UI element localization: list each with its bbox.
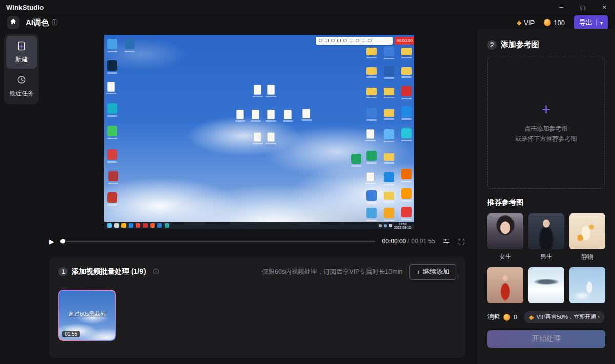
desktop-icon (284, 110, 292, 119)
adjust-icon[interactable] (442, 237, 450, 245)
sidebar-item-label: 新建 (15, 55, 28, 64)
sidebar-item-new[interactable]: 新建 (6, 36, 37, 69)
recommended-title: 推荐参考图 (487, 198, 605, 207)
desktop-icon (401, 207, 412, 217)
caret-down-icon: ▾ (600, 20, 603, 26)
desktop-icon (108, 171, 118, 181)
coin-balance[interactable]: 100 (544, 19, 565, 27)
coin-icon (544, 19, 551, 26)
desktop-icon (302, 109, 310, 118)
desktop-icon (366, 129, 374, 139)
taskbar-app-icon (107, 223, 112, 228)
vip-label: VIP (524, 19, 535, 27)
record-time: 00:00:00 (397, 38, 413, 43)
desktop-icon (107, 103, 117, 114)
clip-thumbnail[interactable]: 超过60s需裁剪 01:55 (58, 290, 116, 341)
desktop-icon (236, 110, 244, 119)
add-more-label: 继续添加 (423, 267, 449, 276)
desktop-icon (401, 48, 412, 55)
clip-duration-badge: 01:55 (62, 331, 80, 337)
reference-image-red-dress[interactable] (487, 267, 523, 303)
reference-grid-row1 (487, 213, 605, 249)
desktop-icon (366, 190, 377, 201)
clip-overlay-text: 超过60s需裁剪 (59, 310, 115, 318)
reference-image-snow[interactable] (528, 267, 564, 303)
winkstudio-window: WinkStudio ─ ▢ ✕ AI调色 ⓘ ◆ VIP 100 导出 (0, 0, 615, 364)
coin-icon (503, 314, 510, 321)
taskbar-app-icon (165, 223, 169, 228)
desktop-icon (366, 88, 377, 95)
batch-hint: 仅限60s内视频处理，订阅后享VIP专属时长10min (262, 268, 402, 276)
plus-icon: + (542, 102, 551, 117)
consume-info: 消耗 0 (487, 313, 517, 322)
toolbar-tool-icon (319, 39, 322, 42)
toolbar-tool-icon (331, 39, 335, 42)
desktop-icon (366, 67, 377, 75)
reference-image-girl[interactable] (487, 213, 523, 249)
toolbar-tool-icon (337, 39, 341, 42)
desktop-icon (384, 172, 394, 182)
desktop-icon (366, 151, 377, 161)
info-icon[interactable]: ⓘ (52, 18, 58, 27)
taskbar-app-icon (129, 223, 133, 228)
coin-count: 100 (554, 19, 565, 27)
start-processing-button[interactable]: 开始处理 (487, 330, 605, 348)
taskbar: 13:58 2022-09-15 (104, 222, 414, 229)
home-button[interactable] (7, 16, 19, 29)
maximize-icon[interactable]: ▢ (572, 0, 593, 14)
reference-title: 添加参考图 (501, 40, 539, 50)
desktop-icon (267, 132, 275, 142)
desktop-icon (401, 67, 412, 75)
minimize-icon[interactable]: ─ (550, 0, 572, 14)
diamond-icon: ◆ (529, 314, 534, 321)
reference-image-still-life[interactable] (569, 213, 605, 249)
info-icon[interactable]: ⓘ (153, 268, 159, 276)
history-icon (16, 75, 27, 87)
titlebar: WinkStudio ─ ▢ ✕ (0, 0, 615, 14)
category-label: 女生 (487, 252, 523, 261)
vip-promo-button[interactable]: ◆ VIP再省50%，立即开通 › (524, 311, 605, 323)
desktop-icon (254, 85, 261, 95)
toolbar-tool-icon (325, 39, 329, 42)
consume-label: 消耗 (487, 313, 500, 322)
video-preview[interactable]: 00:00:00 ▾ 13:58 2022-09-15 (104, 35, 414, 229)
taskbar-icons (107, 223, 169, 228)
desktop-icon (366, 48, 377, 55)
reference-image-sky[interactable] (569, 267, 605, 303)
new-project-icon (16, 41, 27, 53)
sidebar-item-label: 最近任务 (9, 89, 34, 98)
reference-labels: 女生 男生 静物 (487, 252, 605, 261)
desktop-icon (351, 154, 361, 164)
desktop-icon (254, 132, 261, 142)
desktop-icon (384, 208, 394, 218)
taskbar-app-icon (136, 223, 140, 228)
reference-image-boy[interactable] (528, 213, 564, 249)
toolbar-tool-icon (343, 39, 347, 42)
seek-slider[interactable] (61, 241, 375, 242)
taskbar-app-icon (114, 223, 119, 228)
step-badge-2: 2 (487, 40, 497, 50)
app-title: WinkStudio (6, 4, 44, 11)
desktop-icon (366, 108, 377, 118)
fullscreen-icon[interactable] (458, 238, 465, 245)
desktop-icon (107, 82, 115, 92)
desktop-icon (267, 85, 275, 95)
taskbar-app-icon (121, 223, 126, 228)
total-time: 00:01:55 (411, 238, 435, 245)
reference-panel: 2 添加参考图 + 点击添加参考图 或选择下方推荐参考图 推荐参考图 女生 男生… (477, 29, 615, 364)
add-more-button[interactable]: + 继续添加 (409, 264, 456, 280)
category-label: 男生 (528, 252, 564, 261)
export-button[interactable]: 导出 ▾ (574, 15, 608, 30)
category-label: 静物 (569, 252, 605, 261)
dropzone-text: 点击添加参考图 或选择下方推荐参考图 (516, 123, 577, 144)
vip-badge[interactable]: ◆ VIP (517, 19, 535, 27)
play-button[interactable]: ▶ (49, 238, 54, 245)
plus-icon: + (416, 268, 420, 276)
reference-dropzone[interactable]: + 点击添加参考图 或选择下方推荐参考图 (487, 57, 605, 189)
clip-image: 超过60s需裁剪 01:55 (59, 291, 115, 340)
desktop-icon (401, 169, 412, 179)
close-icon[interactable]: ✕ (593, 0, 615, 14)
desktop-icon (252, 110, 259, 119)
seek-handle[interactable] (60, 239, 65, 244)
sidebar-item-recent[interactable]: 最近任务 (6, 70, 37, 102)
